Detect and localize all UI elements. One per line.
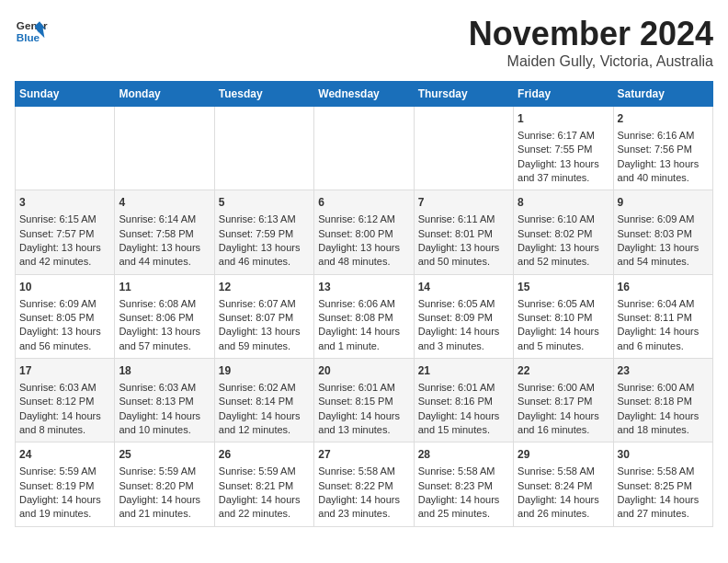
calendar-body: 1Sunrise: 6:17 AMSunset: 7:55 PMDaylight… xyxy=(16,107,713,527)
day-info: Sunset: 8:00 PM xyxy=(318,227,409,241)
calendar-cell: 19Sunrise: 6:02 AMSunset: 8:14 PMDayligh… xyxy=(214,359,313,442)
day-info: Daylight: 14 hours xyxy=(418,325,509,339)
day-info: and 8 minutes. xyxy=(19,423,110,437)
day-number: 23 xyxy=(618,363,709,379)
day-number: 3 xyxy=(19,195,110,211)
calendar-cell: 10Sunrise: 6:09 AMSunset: 8:05 PMDayligh… xyxy=(16,274,115,358)
day-info: and 54 minutes. xyxy=(618,255,709,269)
title-area: November 2024 Maiden Gully, Victoria, Au… xyxy=(469,15,713,70)
calendar-cell: 14Sunrise: 6:05 AMSunset: 8:09 PMDayligh… xyxy=(414,274,513,358)
day-number: 5 xyxy=(219,195,310,211)
calendar-cell: 6Sunrise: 6:12 AMSunset: 8:00 PMDaylight… xyxy=(314,190,414,274)
calendar-cell: 4Sunrise: 6:14 AMSunset: 7:58 PMDaylight… xyxy=(115,190,214,274)
days-header-row: SundayMondayTuesdayWednesdayThursdayFrid… xyxy=(16,82,713,107)
calendar-cell xyxy=(314,107,414,190)
day-header-tuesday: Tuesday xyxy=(214,82,313,107)
day-info: and 25 minutes. xyxy=(418,507,509,521)
day-info: Sunset: 8:09 PM xyxy=(418,311,509,325)
calendar-cell: 28Sunrise: 5:58 AMSunset: 8:23 PMDayligh… xyxy=(414,442,513,526)
day-info: Daylight: 13 hours xyxy=(19,241,110,255)
day-info: and 56 minutes. xyxy=(19,339,110,353)
day-number: 19 xyxy=(219,363,310,379)
day-number: 14 xyxy=(418,280,509,295)
day-info: and 21 minutes. xyxy=(119,507,210,521)
day-info: and 10 minutes. xyxy=(119,423,210,437)
day-info: and 42 minutes. xyxy=(19,255,110,269)
calendar-cell: 30Sunrise: 5:58 AMSunset: 8:25 PMDayligh… xyxy=(613,442,712,526)
day-header-wednesday: Wednesday xyxy=(314,82,414,107)
logo-icon: General Blue xyxy=(15,15,48,48)
day-info: and 50 minutes. xyxy=(418,255,509,269)
day-info: Sunset: 8:17 PM xyxy=(518,395,609,408)
calendar-cell: 11Sunrise: 6:08 AMSunset: 8:06 PMDayligh… xyxy=(115,274,214,358)
day-info: Sunrise: 6:02 AM xyxy=(219,381,310,395)
day-info: Sunrise: 6:05 AM xyxy=(418,297,509,311)
day-info: Sunrise: 6:00 AM xyxy=(518,381,609,395)
day-number: 25 xyxy=(119,447,210,463)
calendar-cell: 25Sunrise: 5:59 AMSunset: 8:20 PMDayligh… xyxy=(115,442,214,526)
day-info: Sunset: 7:55 PM xyxy=(518,143,609,156)
day-info: and 16 minutes. xyxy=(518,423,609,437)
day-info: Daylight: 13 hours xyxy=(618,157,709,171)
day-number: 2 xyxy=(618,111,709,127)
calendar-cell: 26Sunrise: 5:59 AMSunset: 8:21 PMDayligh… xyxy=(214,442,313,526)
day-info: Daylight: 13 hours xyxy=(19,325,110,339)
day-info: Daylight: 13 hours xyxy=(518,157,609,171)
calendar-week-3: 10Sunrise: 6:09 AMSunset: 8:05 PMDayligh… xyxy=(16,274,713,358)
day-info: Sunrise: 5:58 AM xyxy=(518,465,609,478)
day-info: and 19 minutes. xyxy=(19,507,110,521)
calendar-cell: 27Sunrise: 5:58 AMSunset: 8:22 PMDayligh… xyxy=(314,442,414,526)
day-info: Sunrise: 6:06 AM xyxy=(318,297,409,311)
day-info: Daylight: 14 hours xyxy=(119,409,210,423)
day-info: Sunrise: 5:59 AM xyxy=(19,465,110,478)
day-info: Daylight: 14 hours xyxy=(618,325,709,339)
calendar-week-4: 17Sunrise: 6:03 AMSunset: 8:12 PMDayligh… xyxy=(16,359,713,442)
day-info: Sunrise: 6:14 AM xyxy=(119,213,210,226)
day-info: Sunset: 7:58 PM xyxy=(119,227,210,241)
day-info: Daylight: 14 hours xyxy=(19,493,110,507)
day-info: Daylight: 14 hours xyxy=(19,409,110,423)
day-info: Sunrise: 6:00 AM xyxy=(618,381,709,395)
day-info: Daylight: 14 hours xyxy=(318,409,409,423)
day-info: and 3 minutes. xyxy=(418,339,509,353)
day-info: Sunrise: 6:09 AM xyxy=(618,213,709,226)
day-info: Sunrise: 6:13 AM xyxy=(219,213,310,226)
day-info: Sunset: 8:12 PM xyxy=(19,395,110,408)
calendar-cell: 3Sunrise: 6:15 AMSunset: 7:57 PMDaylight… xyxy=(16,190,115,274)
day-info: Sunset: 8:19 PM xyxy=(19,479,110,493)
day-info: Daylight: 14 hours xyxy=(318,493,409,507)
day-info: Sunset: 7:57 PM xyxy=(19,227,110,241)
logo: General Blue xyxy=(15,15,48,48)
day-info: Daylight: 14 hours xyxy=(618,409,709,423)
day-number: 1 xyxy=(518,111,609,127)
day-info: Sunset: 8:20 PM xyxy=(119,479,210,493)
day-info: Daylight: 13 hours xyxy=(219,241,310,255)
day-info: Sunset: 8:25 PM xyxy=(618,479,709,493)
day-number: 8 xyxy=(518,195,609,211)
calendar-cell xyxy=(115,107,214,190)
day-info: Sunset: 7:56 PM xyxy=(618,143,709,156)
day-number: 29 xyxy=(518,447,609,463)
day-number: 26 xyxy=(219,447,310,463)
day-info: Sunrise: 6:08 AM xyxy=(119,297,210,311)
day-number: 11 xyxy=(119,280,210,295)
day-info: Sunrise: 5:58 AM xyxy=(418,465,509,478)
day-info: and 13 minutes. xyxy=(318,423,409,437)
day-number: 20 xyxy=(318,363,409,379)
day-info: Sunset: 8:05 PM xyxy=(19,311,110,325)
day-header-sunday: Sunday xyxy=(16,82,115,107)
day-info: Sunrise: 6:15 AM xyxy=(19,213,110,226)
calendar-cell: 22Sunrise: 6:00 AMSunset: 8:17 PMDayligh… xyxy=(514,359,613,442)
calendar-cell: 23Sunrise: 6:00 AMSunset: 8:18 PMDayligh… xyxy=(613,359,712,442)
calendar-cell xyxy=(414,107,513,190)
day-number: 24 xyxy=(19,447,110,463)
calendar: SundayMondayTuesdayWednesdayThursdayFrid… xyxy=(15,81,713,527)
day-number: 9 xyxy=(618,195,709,211)
day-info: Sunrise: 5:58 AM xyxy=(618,465,709,478)
day-info: Sunset: 8:01 PM xyxy=(418,227,509,241)
day-info: Sunset: 8:06 PM xyxy=(119,311,210,325)
day-info: Sunrise: 5:59 AM xyxy=(219,465,310,478)
day-info: Sunrise: 6:12 AM xyxy=(318,213,409,226)
day-info: Sunrise: 6:03 AM xyxy=(19,381,110,395)
day-number: 15 xyxy=(518,280,609,295)
